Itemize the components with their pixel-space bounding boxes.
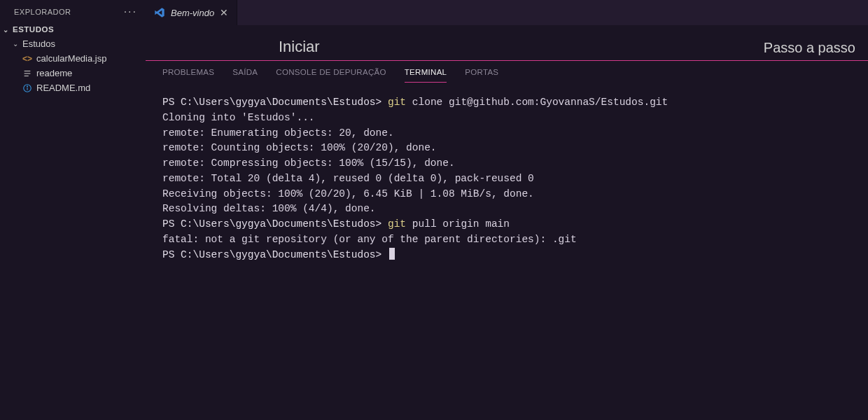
terminal-line: remote: Counting objects: 100% (20/20), … (162, 142, 437, 153)
workspace-root[interactable]: ⌄ ESTUDOS (0, 22, 146, 36)
file-item[interactable]: README.md (0, 80, 146, 95)
terminal-line: Cloning into 'Estudos'... (162, 112, 315, 123)
jsp-file-icon: <> (22, 54, 32, 64)
vscode-icon (154, 7, 165, 18)
terminal-cmd-rest: clone git@github.com:GyovannaS/Estudos.g… (406, 97, 668, 108)
tab-bar: Bem-vindo ✕ (146, 0, 868, 25)
folder-item[interactable]: ⌄ Estudos (0, 36, 146, 51)
terminal-cmd-git: git (388, 218, 406, 230)
chevron-down-icon: ⌄ (3, 26, 10, 34)
folder-label: Estudos (22, 38, 55, 49)
terminal-line: remote: Compressing objects: 100% (15/15… (162, 158, 455, 169)
terminal-cmd-git: git (388, 97, 406, 108)
welcome-section-start: Iniciar (279, 38, 320, 56)
workspace-root-label: ESTUDOS (13, 25, 54, 34)
terminal-line: remote: Enumerating objects: 20, done. (162, 127, 394, 139)
terminal-error: fatal: not a git repository (or any of t… (162, 234, 577, 245)
terminal-line: Receiving objects: 100% (20/20), 6.45 Ki… (162, 188, 534, 200)
svg-point-5 (27, 85, 28, 86)
tab-welcome[interactable]: Bem-vindo ✕ (146, 0, 237, 25)
explorer-sidebar: EXPLORADOR ··· ⌄ ESTUDOS ⌄ Estudos <> ca… (0, 0, 146, 420)
terminal-cmd-rest: pull origin main (406, 218, 510, 230)
explorer-title: EXPLORADOR (14, 8, 71, 16)
panel-tab-debug-console[interactable]: CONSOLE DE DEPURAÇÃO (276, 68, 386, 83)
tab-label: Bem-vindo (171, 8, 214, 18)
more-actions-icon[interactable]: ··· (124, 6, 137, 18)
file-item[interactable]: <> calcularMedia.jsp (0, 51, 146, 66)
welcome-header: Iniciar Passo a passo (146, 25, 868, 61)
welcome-section-walkthrough: Passo a passo (764, 40, 855, 56)
panel-tab-terminal[interactable]: TERMINAL (405, 68, 447, 83)
panel-tab-problems[interactable]: PROBLEMAS (162, 68, 214, 83)
terminal-line: remote: Total 20 (delta 4), reused 0 (de… (162, 173, 534, 184)
terminal-prompt: PS C:\Users\gygya\Documents\Estudos> (162, 97, 382, 108)
file-label: reademe (36, 68, 72, 78)
panel-tabs: PROBLEMAS SAÍDA CONSOLE DE DEPURAÇÃO TER… (146, 61, 868, 83)
file-label: README.md (36, 83, 90, 93)
panel-tab-ports[interactable]: PORTAS (465, 68, 498, 83)
editor-area: Bem-vindo ✕ Iniciar Passo a passo PROBLE… (146, 0, 868, 420)
chevron-down-icon: ⌄ (13, 40, 20, 48)
text-file-icon (22, 69, 32, 78)
file-item[interactable]: reademe (0, 66, 146, 80)
terminal-output[interactable]: PS C:\Users\gygya\Documents\Estudos> git… (146, 83, 868, 420)
explorer-header: EXPLORADOR ··· (0, 0, 146, 22)
info-file-icon (22, 83, 32, 93)
terminal-prompt: PS C:\Users\gygya\Documents\Estudos> (162, 218, 382, 230)
terminal-line: Resolving deltas: 100% (4/4), done. (162, 203, 376, 214)
terminal-cursor (389, 248, 395, 260)
file-label: calcularMedia.jsp (36, 53, 106, 64)
close-icon[interactable]: ✕ (220, 7, 228, 18)
panel-tab-output[interactable]: SAÍDA (232, 68, 258, 83)
terminal-prompt: PS C:\Users\gygya\Documents\Estudos> (162, 249, 382, 260)
